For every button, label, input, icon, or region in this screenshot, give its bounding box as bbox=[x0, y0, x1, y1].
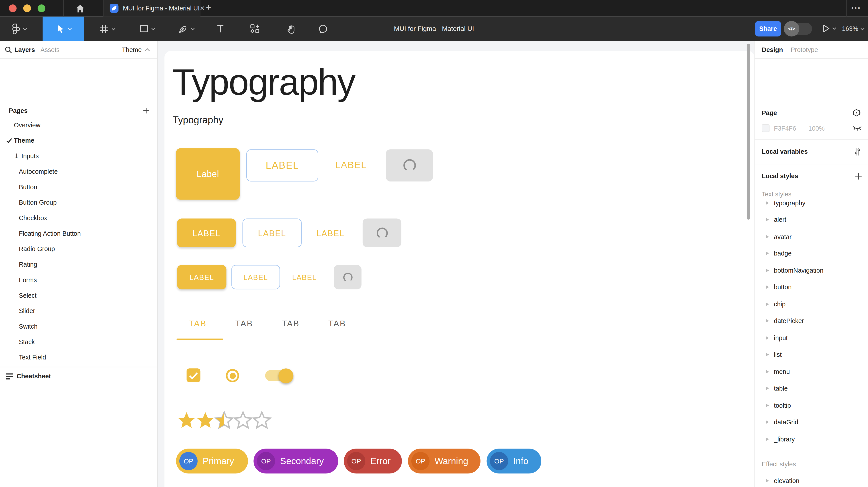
chip-secondary[interactable]: OP Secondary bbox=[253, 449, 338, 474]
style-item-avatar[interactable]: avatar bbox=[754, 231, 868, 242]
comment-tool-button[interactable] bbox=[314, 17, 331, 41]
star-icon-full[interactable] bbox=[177, 410, 196, 430]
style-item-bottom-navigation[interactable]: bottomNavigation bbox=[754, 265, 868, 276]
style-item-table[interactable]: table bbox=[754, 383, 868, 394]
style-item-badge[interactable]: badge bbox=[754, 248, 868, 259]
radio-button-selected[interactable] bbox=[226, 369, 239, 382]
style-item-tooltip[interactable]: tooltip bbox=[754, 400, 868, 411]
sidebar-item-inputs[interactable]: ↓ Inputs bbox=[0, 151, 157, 162]
style-item-library[interactable]: _library bbox=[754, 434, 868, 445]
main-menu-button[interactable] bbox=[7, 17, 32, 41]
zoom-menu[interactable]: 163% bbox=[842, 17, 865, 41]
loading-button-medium[interactable] bbox=[363, 218, 401, 247]
sidebar-item-select[interactable]: Select bbox=[0, 290, 157, 301]
vertical-scrollbar[interactable] bbox=[747, 44, 750, 220]
text-tool-button[interactable] bbox=[212, 17, 229, 41]
home-icon[interactable] bbox=[75, 4, 85, 13]
style-item-button[interactable]: button bbox=[754, 282, 868, 293]
page-color-row[interactable]: F3F4F6 100% bbox=[754, 123, 868, 134]
outlined-button-medium[interactable]: LABEL bbox=[243, 218, 302, 247]
tab-2[interactable]: TAB bbox=[235, 319, 253, 328]
disclosure-triangle-icon[interactable] bbox=[766, 218, 769, 221]
switch-thumb[interactable] bbox=[278, 368, 293, 383]
sidebar-item-stack[interactable]: Stack bbox=[0, 336, 157, 348]
window-menu-icon[interactable]: ••• bbox=[851, 4, 861, 11]
tab-1-active[interactable]: TAB bbox=[189, 319, 207, 328]
star-icon-full[interactable] bbox=[195, 410, 215, 430]
chip-warning[interactable]: OP Warning bbox=[408, 449, 480, 474]
star-icon-empty[interactable] bbox=[233, 410, 253, 430]
sidebar-item-switch[interactable]: Switch bbox=[0, 321, 157, 332]
eye-closed-icon[interactable] bbox=[852, 125, 862, 132]
dev-mode-toggle[interactable]: </> bbox=[785, 23, 812, 35]
actions-tool-button[interactable] bbox=[246, 17, 263, 41]
canvas-subtitle[interactable]: Typography bbox=[173, 113, 223, 127]
chip-error[interactable]: OP Error bbox=[344, 449, 402, 474]
new-tab-button[interactable]: + bbox=[206, 3, 211, 13]
contained-button-small[interactable]: LABEL bbox=[177, 265, 226, 290]
tab-prototype[interactable]: Prototype bbox=[790, 46, 818, 53]
checkbox-checked[interactable] bbox=[187, 368, 200, 382]
present-button[interactable] bbox=[823, 25, 836, 33]
pen-tool-button[interactable] bbox=[170, 17, 202, 41]
local-variables-row[interactable]: Local variables bbox=[754, 146, 868, 157]
style-item-input[interactable]: input bbox=[754, 332, 868, 344]
loading-button-large[interactable] bbox=[386, 149, 433, 181]
style-item-list[interactable]: list bbox=[754, 349, 868, 360]
cheatsheet-row[interactable]: Cheatsheet bbox=[0, 370, 157, 382]
style-item-chip[interactable]: chip bbox=[754, 299, 868, 310]
star-icon-empty[interactable] bbox=[252, 410, 272, 430]
tab-layers[interactable]: Layers bbox=[14, 46, 35, 53]
hand-tool-button[interactable] bbox=[282, 17, 299, 41]
sidebar-item-autocomplete[interactable]: Autocomplete bbox=[0, 166, 157, 177]
disclosure-triangle-icon[interactable] bbox=[766, 319, 769, 323]
text-button-small[interactable]: LABEL bbox=[288, 265, 321, 290]
sidebar-item-floating-action-button[interactable]: Floating Action Button bbox=[0, 228, 157, 239]
page-color-opacity[interactable]: 100% bbox=[808, 125, 825, 132]
disclosure-triangle-icon[interactable] bbox=[766, 286, 769, 289]
local-styles-row[interactable]: Local styles bbox=[754, 170, 868, 182]
disclosure-triangle-icon[interactable] bbox=[766, 336, 769, 340]
styles-hexagon-icon[interactable] bbox=[852, 108, 862, 118]
add-page-icon[interactable] bbox=[143, 107, 149, 114]
style-item-date-picker[interactable]: datePicker bbox=[754, 315, 868, 326]
contained-button-large[interactable]: Label bbox=[176, 148, 240, 200]
sidebar-item-button-group[interactable]: Button Group bbox=[0, 197, 157, 208]
move-tool-button[interactable] bbox=[43, 17, 84, 41]
page-switcher[interactable]: Theme bbox=[122, 46, 150, 53]
disclosure-triangle-icon[interactable] bbox=[766, 420, 769, 424]
search-icon[interactable] bbox=[4, 45, 12, 53]
canvas-title-h1[interactable]: Typography bbox=[172, 60, 354, 104]
sidebar-item-text-field[interactable]: Text Field bbox=[0, 352, 157, 363]
sidebar-item-checkbox[interactable]: Checkbox bbox=[0, 213, 157, 224]
style-item-data-grid[interactable]: dataGrid bbox=[754, 417, 868, 428]
disclosure-triangle-icon[interactable] bbox=[766, 302, 769, 306]
tab-4[interactable]: TAB bbox=[328, 319, 346, 328]
disclosure-triangle-icon[interactable] bbox=[766, 353, 769, 356]
sidebar-item-button[interactable]: Button bbox=[0, 182, 157, 193]
disclosure-triangle-icon[interactable] bbox=[766, 404, 769, 407]
disclosure-triangle-icon[interactable] bbox=[766, 387, 769, 390]
document-tab[interactable]: MUI for Figma - Material UI ✕ bbox=[103, 0, 200, 17]
disclosure-triangle-icon[interactable] bbox=[766, 269, 769, 272]
disclosure-triangle-icon[interactable] bbox=[766, 201, 769, 205]
style-item-alert[interactable]: alert bbox=[754, 214, 868, 225]
style-item-typography[interactable]: typography bbox=[754, 197, 868, 208]
outlined-button-large[interactable]: LABEL bbox=[246, 149, 318, 181]
disclosure-triangle-icon[interactable] bbox=[766, 370, 769, 374]
chevron-down-icon[interactable] bbox=[832, 27, 836, 30]
tab-assets[interactable]: Assets bbox=[40, 46, 60, 53]
disclosure-triangle-icon[interactable] bbox=[766, 479, 769, 482]
disclosure-triangle-icon[interactable] bbox=[766, 252, 769, 255]
star-icon-half[interactable] bbox=[214, 410, 234, 430]
disclosure-triangle-icon[interactable] bbox=[766, 235, 769, 238]
chip-info[interactable]: OP Info bbox=[487, 449, 541, 474]
close-tab-icon[interactable]: ✕ bbox=[200, 5, 205, 12]
sidebar-item-forms[interactable]: Forms bbox=[0, 274, 157, 286]
share-button[interactable]: Share bbox=[755, 21, 781, 37]
text-button-large[interactable]: LABEL bbox=[329, 149, 372, 181]
zoom-window-button[interactable] bbox=[38, 4, 45, 12]
add-style-icon[interactable] bbox=[855, 172, 862, 180]
sidebar-item-rating[interactable]: Rating bbox=[0, 259, 157, 270]
sidebar-item-overview[interactable]: Overview bbox=[0, 120, 157, 131]
